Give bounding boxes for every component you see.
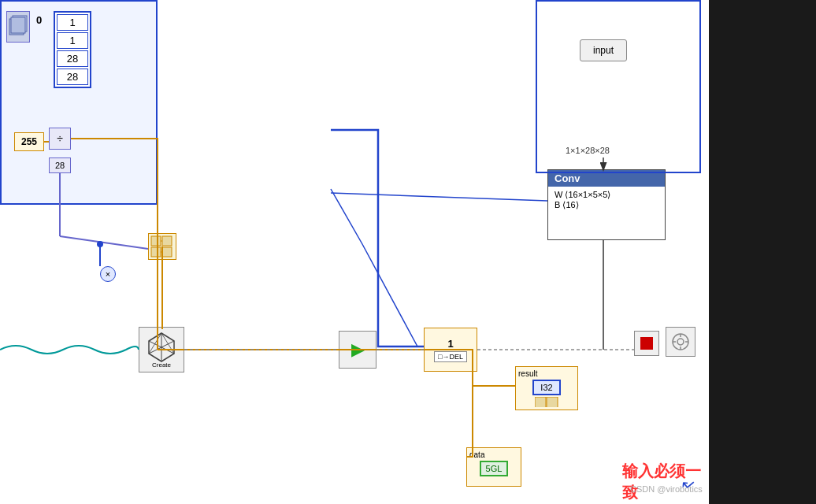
svg-rect-18 bbox=[151, 247, 161, 257]
svg-line-11 bbox=[331, 193, 547, 201]
create-label: Create bbox=[152, 361, 171, 369]
block-conv[interactable]: Conv W ⟨16×1×5×5⟩ B ⟨16⟩ bbox=[547, 169, 666, 240]
svg-rect-17 bbox=[162, 236, 172, 246]
reshape-cell-1b: 1 bbox=[57, 32, 88, 49]
cross-symbol: × bbox=[106, 269, 110, 279]
input-label: input bbox=[593, 45, 614, 56]
watermark: CSDN @virobotics bbox=[630, 484, 703, 494]
svg-rect-34 bbox=[535, 397, 546, 407]
val-255-label: 255 bbox=[21, 136, 37, 147]
node-del[interactable]: 1 □→DEL bbox=[424, 328, 477, 372]
reshape-cell-1a: 1 bbox=[57, 14, 88, 31]
data-value: 5GL bbox=[480, 461, 509, 476]
conv-w: W ⟨16×1×5×5⟩ bbox=[555, 190, 658, 200]
svg-rect-16 bbox=[151, 236, 161, 246]
svg-rect-15 bbox=[11, 17, 25, 33]
conv-b: B ⟨16⟩ bbox=[555, 200, 658, 210]
node-28: 28 bbox=[49, 158, 71, 173]
stop-square bbox=[640, 337, 653, 350]
play-symbol: ▶ bbox=[351, 339, 365, 360]
svg-point-5 bbox=[97, 241, 103, 247]
reshape-values-table: 1 1 28 28 bbox=[54, 11, 91, 88]
result-label: result bbox=[518, 369, 537, 378]
node-matmul[interactable] bbox=[148, 233, 176, 260]
block-result[interactable]: result I32 bbox=[515, 366, 578, 410]
chinese-annotation: 输入必须一致 bbox=[622, 461, 709, 503]
node-cross[interactable]: × bbox=[100, 266, 116, 282]
divide-symbol: ÷ bbox=[57, 132, 63, 145]
val-28-label: 28 bbox=[55, 161, 65, 170]
del-inner: □→DEL bbox=[434, 351, 467, 362]
reshape-cell-28a: 28 bbox=[57, 50, 88, 67]
reshape-3d-icon bbox=[6, 11, 30, 43]
block-reshape[interactable]: 0 1 1 28 28 ↱ bbox=[0, 0, 158, 205]
node-divide[interactable]: ÷ bbox=[49, 128, 71, 150]
reshape-cell-28b: 28 bbox=[57, 69, 88, 85]
right-panel bbox=[709, 0, 816, 504]
del-val: 1 bbox=[447, 338, 453, 350]
conv-body: W ⟨16×1×5×5⟩ B ⟨16⟩ bbox=[548, 187, 665, 213]
result-value: I32 bbox=[532, 380, 560, 395]
node-unknown[interactable] bbox=[666, 327, 695, 357]
svg-rect-19 bbox=[162, 247, 172, 257]
conv-header: Conv bbox=[548, 170, 665, 187]
node-input[interactable]: input bbox=[580, 39, 627, 61]
blue-selection-box bbox=[536, 0, 701, 173]
svg-line-3 bbox=[60, 236, 148, 249]
reshape-val-0: 0 bbox=[36, 14, 42, 26]
data-label: data bbox=[469, 450, 484, 459]
node-create[interactable]: Create bbox=[139, 327, 184, 372]
node-stop[interactable] bbox=[634, 331, 659, 356]
svg-rect-35 bbox=[547, 397, 558, 407]
dim-label: 1×1×28×28 bbox=[566, 146, 610, 155]
node-play[interactable]: ▶ bbox=[339, 331, 376, 369]
svg-point-29 bbox=[677, 339, 684, 345]
block-data[interactable]: data 5GL bbox=[466, 447, 521, 487]
node-255: 255 bbox=[14, 132, 44, 151]
